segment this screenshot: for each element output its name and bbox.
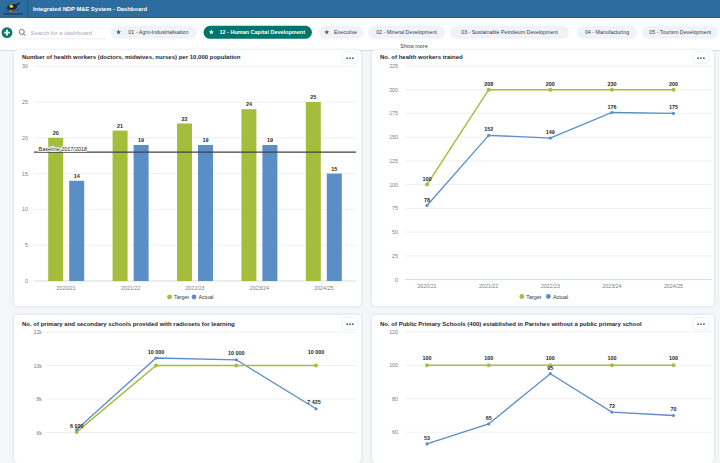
svg-text:208: 208 [484,81,493,87]
svg-text:19: 19 [203,137,209,143]
svg-text:12k: 12k [33,329,42,335]
svg-text:24: 24 [246,101,252,107]
svg-text:12 - Human Capital Development: 12 - Human Capital Development [219,29,305,35]
svg-text:15: 15 [331,166,337,172]
svg-text:175: 175 [669,104,678,110]
svg-text:Number of health workers (doct: Number of health workers (doctors, midwi… [22,54,241,60]
svg-text:8k: 8k [36,396,42,402]
svg-text:25: 25 [310,94,316,100]
svg-text:25: 25 [392,253,398,259]
svg-text:2020/21: 2020/21 [417,283,436,289]
svg-text:10 000: 10 000 [228,350,245,356]
svg-text:125: 125 [389,158,398,164]
svg-text:Target: Target [174,294,189,300]
svg-text:2021/22: 2021/22 [479,283,498,289]
svg-text:120: 120 [389,329,398,335]
svg-text:225: 225 [389,63,398,69]
svg-text:100: 100 [484,355,493,361]
svg-text:5: 5 [25,242,28,248]
svg-text:6 020: 6 020 [70,423,84,429]
svg-text:75: 75 [392,205,398,211]
svg-text:15: 15 [22,171,28,177]
svg-text:05 - Tourism Development: 05 - Tourism Development [649,29,711,35]
svg-text:10 000: 10 000 [308,349,325,355]
svg-text:78: 78 [424,197,430,203]
svg-text:2024/25: 2024/25 [314,285,333,291]
svg-text:200: 200 [546,81,555,87]
svg-text:Actual: Actual [199,294,214,300]
svg-text:149: 149 [546,129,555,135]
svg-text:2022/23: 2022/23 [541,283,560,289]
svg-text:2020/21: 2020/21 [57,285,76,291]
svg-text:No. of Public Primary Schools: No. of Public Primary Schools (400) esta… [380,321,642,327]
svg-text:100: 100 [607,355,616,361]
svg-text:95: 95 [547,365,553,371]
svg-text:30: 30 [22,63,28,69]
svg-text:175: 175 [389,110,398,116]
svg-text:100: 100 [546,355,555,361]
svg-text:2023/24: 2023/24 [602,283,621,289]
svg-text:03 - Sustainable Petroleum Dev: 03 - Sustainable Petroleum Development [461,29,558,35]
svg-text:Actual: Actual [553,294,568,300]
svg-text:6k: 6k [36,430,42,436]
svg-text:19: 19 [267,137,273,143]
svg-text:10k: 10k [33,363,42,369]
svg-text:20: 20 [53,130,59,136]
svg-text:Show more: Show more [400,43,427,49]
svg-text:2022/23: 2022/23 [185,285,204,291]
svg-text:0: 0 [395,277,398,283]
svg-text:Target: Target [526,294,541,300]
svg-text:70: 70 [671,406,677,412]
svg-text:21: 21 [117,123,123,129]
svg-text:19: 19 [138,137,144,143]
svg-text:200: 200 [389,87,398,93]
svg-text:10: 10 [22,206,28,212]
svg-text:02 - Mineral Development: 02 - Mineral Development [376,29,437,35]
svg-text:2024/25: 2024/25 [664,283,683,289]
svg-text:150: 150 [389,134,398,140]
svg-text:10 000: 10 000 [148,349,165,355]
svg-text:230: 230 [607,81,616,87]
svg-text:53: 53 [424,435,430,441]
svg-text:200: 200 [669,81,678,87]
svg-text:Executive: Executive [334,29,357,35]
svg-text:20: 20 [22,135,28,141]
svg-text:65: 65 [486,415,492,421]
svg-text:7 425: 7 425 [307,399,321,405]
svg-text:100: 100 [669,355,678,361]
svg-text:100: 100 [389,362,398,368]
svg-text:72: 72 [609,403,615,409]
svg-text:50: 50 [392,229,398,235]
svg-text:No. of health workers trained: No. of health workers trained [380,54,463,60]
svg-text:60: 60 [392,429,398,435]
svg-text:0: 0 [25,278,28,284]
svg-text:100: 100 [423,176,432,182]
svg-text:Baseline 2017/2018: Baseline 2017/2018 [39,146,88,152]
svg-text:2023/24: 2023/24 [250,285,269,291]
svg-text:04 - Manufacturing: 04 - Manufacturing [585,29,629,35]
svg-text:22: 22 [182,116,188,122]
svg-text:2021/22: 2021/22 [121,285,140,291]
svg-text:152: 152 [484,126,493,132]
svg-text:14: 14 [74,173,80,179]
svg-text:No. of primary and secondary s: No. of primary and secondary schools pro… [22,321,235,327]
svg-text:100: 100 [389,182,398,188]
svg-text:80: 80 [392,396,398,402]
svg-text:01 - Agro-Industrialisation: 01 - Agro-Industrialisation [128,29,188,35]
svg-text:25: 25 [22,99,28,105]
svg-text:100: 100 [423,355,432,361]
svg-text:176: 176 [607,104,616,110]
